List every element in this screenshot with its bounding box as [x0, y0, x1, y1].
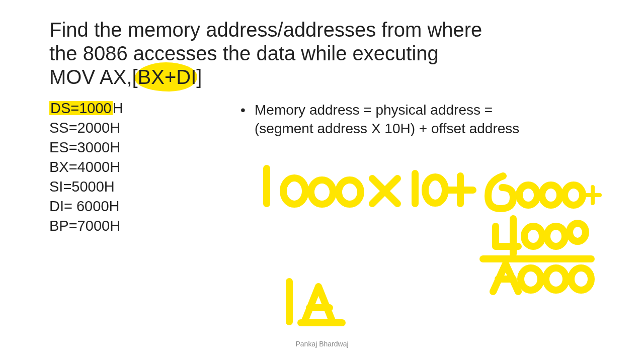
title-line-3: MOV AX,[BX+DI] — [49, 65, 599, 89]
reg-si: SI=5000H — [49, 177, 220, 197]
formula-bullet: • Memory address = physical address = (s… — [240, 101, 599, 139]
title-line3-post: ] — [196, 66, 202, 88]
register-values: DS=1000H SS=2000H ES=3000H BX=4000H SI=5… — [49, 99, 220, 236]
reg-ss: SS=2000H — [49, 118, 220, 138]
title-line-2: the 8086 accesses the data while executi… — [49, 42, 599, 65]
bullet-dot: • — [240, 101, 255, 139]
bullet-line-1: Memory address = physical address = — [255, 102, 493, 118]
bullet-line-2: (segment address X 10H) + offset address — [255, 121, 519, 136]
explanation: • Memory address = physical address = (s… — [240, 99, 599, 139]
slide-title: Find the memory address/addresses from w… — [49, 18, 599, 89]
reg-ds-suffix: H — [113, 100, 123, 116]
reg-es: ES=3000H — [49, 138, 220, 157]
title-line3-pre: MOV AX,[ — [49, 66, 138, 88]
reg-bx: BX=4000H — [49, 157, 220, 177]
highlight-ds: DS=1000 — [49, 100, 113, 116]
highlight-bx-di: BX+DI — [138, 65, 197, 89]
reg-di: DI= 6000H — [49, 197, 220, 216]
content-columns: DS=1000H SS=2000H ES=3000H BX=4000H SI=5… — [49, 99, 599, 236]
slide: Find the memory address/addresses from w… — [0, 0, 644, 362]
title-line-1: Find the memory address/addresses from w… — [49, 18, 599, 42]
reg-bp: BP=7000H — [49, 216, 220, 236]
footer-author: Pankaj Bhardwaj — [0, 340, 644, 348]
reg-ds: DS=1000H — [49, 99, 220, 118]
bullet-text: Memory address = physical address = (seg… — [255, 101, 519, 139]
